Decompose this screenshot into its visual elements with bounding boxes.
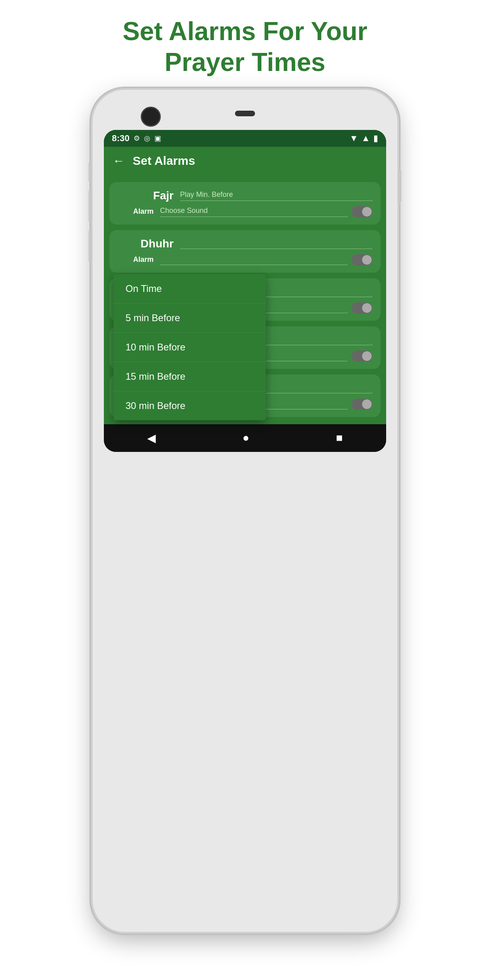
dropdown-10min[interactable]: 10 min Before [113,333,266,362]
asr-toggle[interactable] [352,302,373,314]
fajr-sound-input[interactable]: Choose Sound [160,207,348,217]
dhuhr-play-input[interactable]: — [180,239,373,249]
side-button-right [398,170,401,202]
fajr-alarm-label: Alarm [117,207,154,216]
wifi-icon: ▼ [349,133,358,144]
phone-camera [141,107,161,127]
dhuhr-choose-sound: — [160,255,348,265]
isha-toggle[interactable] [352,399,373,410]
phone-screen: 8:30 ⚙ ◎ ▣ ▼ ▲ ▮ ← Set Alarms Fajr [104,130,386,452]
nav-home-button[interactable]: ● [243,431,249,444]
status-right: ▼ ▲ ▮ [349,133,378,144]
fajr-toggle-knob [362,207,372,217]
fajr-choose-sound: Choose Sound [160,207,348,217]
settings-status-icon: ⚙ [134,134,140,143]
fajr-toggle[interactable] [352,206,373,217]
wifi-status-icon: ◎ [144,134,150,143]
isha-toggle-knob [362,399,372,409]
dhuhr-toggle-knob [362,255,372,265]
signal-icon: ▲ [361,133,370,144]
bottom-nav: ◀ ● ■ [104,424,386,452]
maghrib-toggle-knob [362,351,372,361]
content-area: Fajr Play Min. Before Alarm Choose Sound [104,175,386,424]
dhuhr-toggle[interactable] [352,254,373,265]
side-button-left-1 [89,162,92,182]
app-bar-title: Set Alarms [133,154,195,168]
dropdown-30min[interactable]: 30 min Before [113,391,266,420]
page-title: Set Alarms For Your Prayer Times [91,0,400,90]
side-button-left-3 [89,230,92,262]
asr-toggle-knob [362,303,372,313]
dhuhr-sound-input[interactable]: — [160,255,348,265]
dhuhr-card: Dhuhr — Alarm — [109,230,381,273]
dropdown-15min[interactable]: 15 min Before [113,362,266,391]
nav-recents-button[interactable]: ■ [336,431,343,444]
sim-status-icon: ▣ [154,134,161,143]
battery-icon: ▮ [373,133,378,144]
phone-shell: 8:30 ⚙ ◎ ▣ ▼ ▲ ▮ ← Set Alarms Fajr [93,90,397,932]
fajr-name: Fajr [117,189,174,202]
nav-back-button[interactable]: ◀ [147,431,156,445]
fajr-play-min-label: Play Min. Before [180,190,373,201]
status-bar: 8:30 ⚙ ◎ ▣ ▼ ▲ ▮ [104,130,386,147]
status-time: 8:30 [112,133,130,144]
maghrib-toggle[interactable] [352,350,373,362]
dhuhr-name: Dhuhr [117,237,174,250]
phone-speaker [235,111,255,116]
fajr-play-input[interactable]: Play Min. Before [180,190,373,201]
side-button-left-2 [89,190,92,222]
status-left: 8:30 ⚙ ◎ ▣ [112,133,161,144]
time-dropdown: On Time 5 min Before 10 min Before 15 mi… [113,274,266,420]
dhuhr-alarm-label: Alarm [117,255,154,264]
back-button[interactable]: ← [113,154,125,168]
app-bar: ← Set Alarms [104,147,386,175]
fajr-card: Fajr Play Min. Before Alarm Choose Sound [109,182,381,225]
dropdown-5min[interactable]: 5 min Before [113,304,266,333]
dropdown-on-time[interactable]: On Time [113,274,266,304]
dhuhr-play-min-label: — [180,239,373,249]
